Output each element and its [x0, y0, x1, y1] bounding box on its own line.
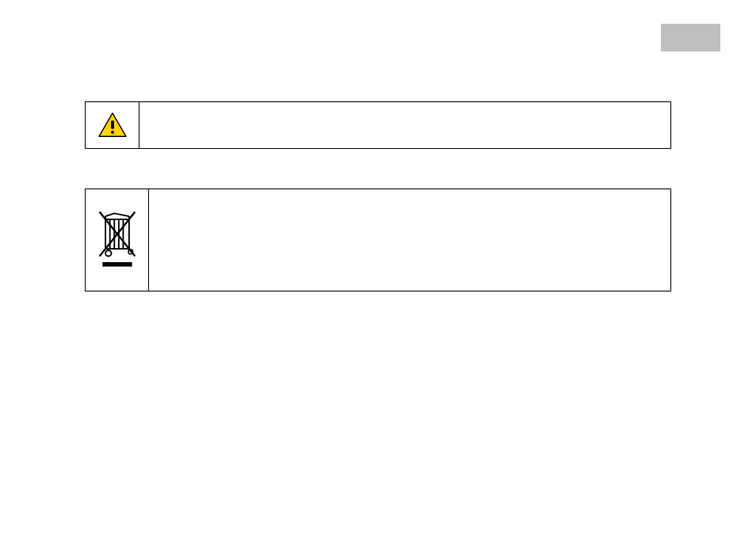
warning-box	[85, 101, 671, 149]
weee-bin-icon	[95, 208, 139, 272]
page-tab	[661, 24, 720, 51]
warning-icon-cell	[86, 102, 139, 148]
warning-text	[139, 102, 670, 148]
svg-point-1	[111, 131, 114, 134]
svg-point-7	[105, 250, 111, 256]
weee-icon-cell	[86, 189, 149, 291]
weee-box	[85, 189, 671, 291]
svg-rect-12	[102, 262, 132, 267]
warning-triangle-icon	[97, 112, 128, 139]
svg-rect-0	[111, 120, 114, 128]
content-area	[85, 101, 671, 331]
weee-text	[149, 189, 670, 291]
